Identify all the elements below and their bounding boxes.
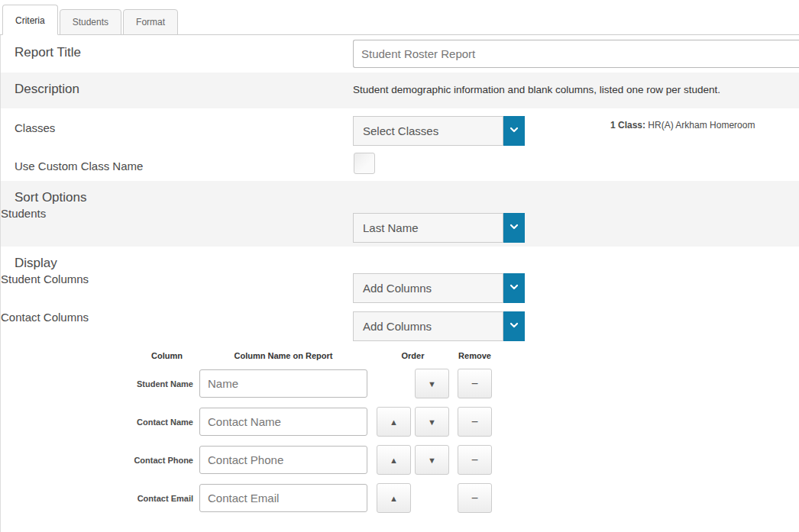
order-header: Order	[377, 351, 449, 360]
chevron-down-icon	[508, 124, 520, 139]
sort-students-dropdown[interactable]: Last Name	[353, 213, 525, 243]
display-section: Display Student Columns Add Columns Cont…	[1, 247, 799, 349]
chevron-down-icon	[508, 281, 520, 296]
classes-label: Classes	[15, 121, 55, 134]
remove-column-button[interactable]: −	[458, 369, 492, 398]
column-row-label: Contact Name	[1, 418, 193, 427]
column-name-input[interactable]	[199, 408, 367, 436]
sort-options-section: Sort Options Students Last Name	[1, 181, 799, 247]
use-custom-class-name-label: Use Custom Class Name	[15, 160, 143, 172]
report-title-row: Report Title	[1, 35, 799, 73]
contact-columns-row: Contact Columns Add Columns	[1, 311, 799, 349]
remove-cell: −	[458, 483, 492, 513]
order-up-cell: ▲	[377, 483, 411, 513]
report-title-input[interactable]	[353, 40, 799, 68]
description-row: Description Student demographic informat…	[1, 73, 799, 108]
order-down-cell: ▼	[415, 445, 449, 475]
student-columns-row: Student Columns Add Columns	[1, 272, 799, 311]
column-row-label: Student Name	[1, 379, 193, 389]
criteria-panel: Report Title Description Student demogra…	[0, 35, 799, 532]
description-label: Description	[15, 82, 79, 97]
column-name-input[interactable]	[199, 446, 367, 474]
columns-table: Column Column Name on Report Order Remov…	[1, 351, 799, 513]
select-classes-dropdown[interactable]: Select Classes	[353, 116, 525, 146]
chevron-down-icon	[508, 221, 520, 236]
select-classes-value: Select Classes	[353, 116, 503, 146]
contact-columns-dropdown-button[interactable]	[503, 311, 525, 341]
move-down-button[interactable]: ▼	[415, 407, 449, 437]
select-classes-dropdown-button[interactable]	[503, 116, 525, 146]
column-row-label: Contact Email	[1, 494, 193, 503]
column-name-input[interactable]	[199, 484, 367, 512]
order-up-cell: ▲	[377, 407, 411, 437]
selected-classes-summary: 1 Class: HR(A) Arkham Homeroom	[610, 120, 755, 131]
move-down-button[interactable]: ▼	[415, 445, 449, 475]
report-title-label: Report Title	[15, 45, 81, 60]
column-name-input[interactable]	[199, 369, 367, 398]
display-heading: Display	[15, 256, 799, 272]
order-down-cell: ▼	[415, 407, 449, 437]
remove-column-button[interactable]: −	[458, 407, 492, 437]
remove-column-button[interactable]: −	[458, 483, 492, 513]
sort-options-heading: Sort Options	[15, 190, 799, 207]
sort-students-dropdown-button[interactable]	[503, 213, 525, 243]
move-down-button[interactable]: ▼	[415, 369, 449, 398]
contact-columns-dropdown[interactable]: Add Columns	[353, 311, 525, 341]
move-up-button[interactable]: ▲	[377, 445, 411, 475]
chevron-down-icon	[508, 319, 520, 334]
remove-cell: −	[458, 369, 492, 398]
student-columns-dropdown-button[interactable]	[503, 273, 525, 303]
remove-column-button[interactable]: −	[458, 445, 492, 475]
move-up-button[interactable]: ▲	[377, 483, 411, 513]
move-up-button[interactable]: ▲	[377, 407, 411, 437]
order-down-cell: ▼	[415, 369, 449, 398]
tab-criteria[interactable]: Criteria	[2, 5, 58, 35]
tab-format[interactable]: Format	[123, 9, 178, 35]
tab-students[interactable]: Students	[60, 9, 121, 35]
student-columns-dropdown[interactable]: Add Columns	[353, 273, 525, 303]
sort-students-row: Students Last Name	[1, 207, 799, 247]
column-header: Column	[1, 351, 193, 360]
description-text: Student demographic information and blan…	[353, 84, 720, 95]
selected-classes-count: 1 Class:	[610, 120, 645, 131]
contact-columns-value: Add Columns	[353, 311, 503, 341]
selected-classes-names: HR(A) Arkham Homeroom	[645, 120, 755, 131]
student-columns-value: Add Columns	[353, 273, 503, 303]
tab-bar: Criteria Students Format	[0, 0, 799, 35]
remove-cell: −	[458, 445, 492, 475]
column-row-label: Contact Phone	[1, 456, 193, 465]
remove-cell: −	[458, 407, 492, 437]
use-custom-class-name-checkbox[interactable]	[354, 153, 375, 174]
sort-students-value: Last Name	[353, 213, 503, 243]
remove-header: Remove	[458, 351, 492, 360]
order-up-cell: ▲	[377, 445, 411, 475]
use-custom-class-name-row: Use Custom Class Name	[1, 147, 799, 181]
classes-row: Classes Select Classes 1 Class: HR(A) Ar…	[1, 108, 799, 147]
column-name-header: Column Name on Report	[199, 351, 367, 360]
